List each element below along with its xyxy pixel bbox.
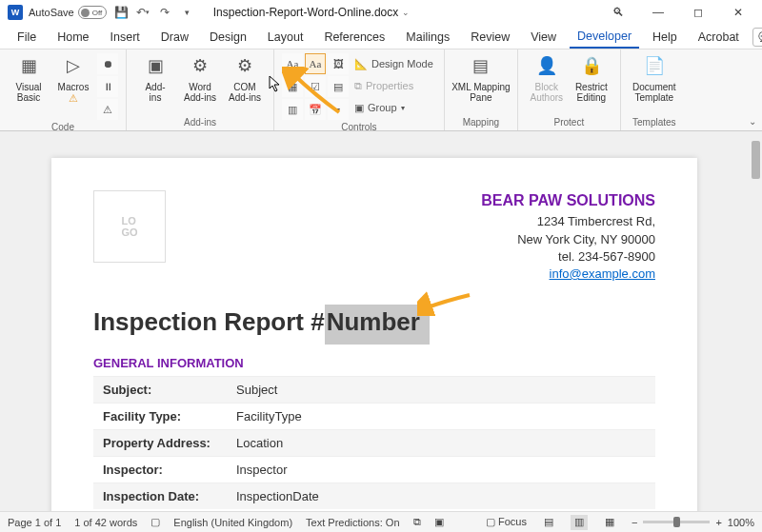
document-area[interactable]: LOGO BEAR PAW SOLUTIONS 1234 Timbercrest… xyxy=(0,131,749,511)
group-addins: ▣Add- ins ⚙Word Add-ins ⚙COM Add-ins Add… xyxy=(127,49,274,130)
vertical-scrollbar[interactable] xyxy=(749,131,762,511)
addins-button[interactable]: ▣Add- ins xyxy=(134,53,176,103)
picture-control-button[interactable]: 🖼 xyxy=(328,53,349,74)
date-picker-control-button[interactable]: 📅 xyxy=(305,99,326,120)
group-label-mapping: Mapping xyxy=(452,115,510,130)
restrict-editing-icon: 🔒 xyxy=(578,53,605,80)
macro-status-icon[interactable]: ▣ xyxy=(434,516,444,528)
chevron-down-icon: ⌄ xyxy=(402,8,410,17)
zoom-control[interactable]: − + 100% xyxy=(632,517,754,528)
tab-acrobat[interactable]: Acrobat xyxy=(691,27,747,48)
minimize-button[interactable]: — xyxy=(648,2,669,23)
language-indicator[interactable]: English (United Kingdom) xyxy=(173,517,292,528)
print-layout-button[interactable]: ▥ xyxy=(571,515,588,530)
tab-review[interactable]: Review xyxy=(463,27,517,48)
company-email-link[interactable]: info@example.com xyxy=(550,266,655,281)
maximize-button[interactable]: ◻ xyxy=(688,2,709,23)
tab-references[interactable]: References xyxy=(316,27,392,48)
combo-box-control-button[interactable]: ▤ xyxy=(328,76,349,97)
word-addins-icon: ⚙ xyxy=(187,53,213,80)
document-title[interactable]: Inspection-Report-Word-Online.docx ⌄ xyxy=(213,6,411,19)
zoom-level[interactable]: 100% xyxy=(728,517,754,528)
properties-icon: ⧉ xyxy=(354,80,362,92)
tab-help[interactable]: Help xyxy=(645,27,685,48)
visual-basic-icon: ▦ xyxy=(15,53,42,80)
tab-file[interactable]: File xyxy=(10,27,44,48)
macros-icon: ▷ xyxy=(60,53,87,80)
autosave-toggle[interactable]: Off xyxy=(78,6,107,19)
text-predictions[interactable]: Text Predictions: On xyxy=(306,517,399,528)
block-authors-button[interactable]: 👤Block Authors xyxy=(526,53,568,103)
checkbox-control-button[interactable]: ☑ xyxy=(305,76,326,97)
page-indicator[interactable]: Page 1 of 1 xyxy=(8,517,61,528)
accessibility-icon[interactable]: ⧉ xyxy=(413,516,421,528)
web-layout-button[interactable]: ▦ xyxy=(601,515,618,530)
dropdown-control-button[interactable]: ▥ xyxy=(282,99,303,120)
company-tel: tel. 234-567-8900 xyxy=(481,248,655,266)
warning-icon: ⚠ xyxy=(69,92,78,104)
save-icon[interactable]: 💾 xyxy=(114,6,129,20)
group-protect: 👤Block Authors 🔒Restrict Editing Protect xyxy=(518,49,621,130)
tab-insert[interactable]: Insert xyxy=(103,27,148,48)
document-template-button[interactable]: 📄Document Template xyxy=(629,53,680,103)
undo-button[interactable]: ↶▾ xyxy=(136,6,150,20)
number-content-control[interactable]: Number xyxy=(325,305,430,345)
legacy-tools-button[interactable]: ▾ xyxy=(328,99,349,120)
visual-basic-button[interactable]: ▦ Visual Basic xyxy=(8,53,50,103)
tab-mailings[interactable]: Mailings xyxy=(398,27,457,48)
tab-home[interactable]: Home xyxy=(50,27,96,48)
qat-customize[interactable]: ▾ xyxy=(180,6,194,20)
properties-button[interactable]: ⧉Properties xyxy=(351,75,436,96)
collapse-ribbon-button[interactable]: ⌄ xyxy=(749,116,756,127)
group-code: ▦ Visual Basic ▷ Macros ⚠ ⏺ ⏸ ⚠ Code xyxy=(0,49,127,130)
zoom-out-button[interactable]: − xyxy=(632,517,637,528)
design-mode-button[interactable]: 📐Design Mode xyxy=(351,53,436,74)
controls-grid: Aa Aa 🖼 ▦ ☑ ▤ ▥ 📅 ▾ xyxy=(282,53,349,120)
macros-button[interactable]: ▷ Macros ⚠ xyxy=(52,53,94,106)
group-label-templates: Templates xyxy=(629,115,680,130)
group-templates: 📄Document Template Templates xyxy=(621,49,688,130)
scrollbar-thumb[interactable] xyxy=(752,141,760,179)
zoom-slider[interactable] xyxy=(643,521,710,523)
read-mode-button[interactable]: ▤ xyxy=(540,515,557,530)
group-controls: Aa Aa 🖼 ▦ ☑ ▤ ▥ 📅 ▾ 📐Design Mode ⧉Proper… xyxy=(274,49,445,130)
restrict-editing-button[interactable]: 🔒Restrict Editing xyxy=(571,53,612,103)
addins-icon: ▣ xyxy=(142,53,169,80)
word-count[interactable]: 1 of 42 words xyxy=(74,517,137,528)
document-heading: Inspection Report #Number xyxy=(93,307,655,337)
macro-security-button[interactable]: ⚠ xyxy=(97,99,118,120)
tab-draw[interactable]: Draw xyxy=(153,27,196,48)
company-name: BEAR PAW SOLUTIONS xyxy=(481,190,655,211)
redo-button[interactable]: ↷ xyxy=(158,6,172,20)
tab-layout[interactable]: Layout xyxy=(260,27,311,48)
zoom-in-button[interactable]: + xyxy=(715,517,721,528)
pause-recording-button[interactable]: ⏸ xyxy=(97,76,118,97)
tab-view[interactable]: View xyxy=(523,27,564,48)
record-macro-button[interactable]: ⏺ xyxy=(97,53,118,74)
close-button[interactable]: ✕ xyxy=(728,2,749,23)
company-street: 1234 Timbercrest Rd, xyxy=(481,213,655,230)
tab-developer[interactable]: Developer xyxy=(570,26,639,49)
plain-text-control-button[interactable]: Aa xyxy=(305,53,326,74)
rich-text-control-button[interactable]: Aa xyxy=(282,53,303,74)
group-button[interactable]: ▣Group▾ xyxy=(351,97,436,118)
xml-mapping-pane-button[interactable]: ▤XML Mapping Pane xyxy=(452,53,510,103)
logo-placeholder: LOGO xyxy=(93,190,166,263)
chevron-down-icon: ▾ xyxy=(401,104,405,112)
table-row: Property Address:Location xyxy=(93,430,655,457)
company-block: BEAR PAW SOLUTIONS 1234 Timbercrest Rd, … xyxy=(481,190,655,283)
controls-options: 📐Design Mode ⧉Properties ▣Group▾ xyxy=(351,53,436,118)
xml-mapping-icon: ▤ xyxy=(468,53,494,80)
block-authors-icon: 👤 xyxy=(533,53,560,80)
word-addins-button[interactable]: ⚙Word Add-ins xyxy=(179,53,221,103)
spell-check-icon[interactable]: ▢ xyxy=(150,516,160,528)
section-heading: GENERAL INFORMATION xyxy=(93,356,655,370)
comments-button[interactable]: 💬 xyxy=(752,28,762,47)
building-block-control-button[interactable]: ▦ xyxy=(282,76,303,97)
ribbon-tabs: File Home Insert Draw Design Layout Refe… xyxy=(0,25,762,49)
table-row: Inspector:Inspector xyxy=(93,457,655,483)
tab-design[interactable]: Design xyxy=(202,27,254,48)
focus-mode[interactable]: ▢ Focus xyxy=(486,516,527,528)
com-addins-button[interactable]: ⚙COM Add-ins xyxy=(224,53,266,103)
search-icon[interactable]: 🔍︎ xyxy=(608,2,629,23)
